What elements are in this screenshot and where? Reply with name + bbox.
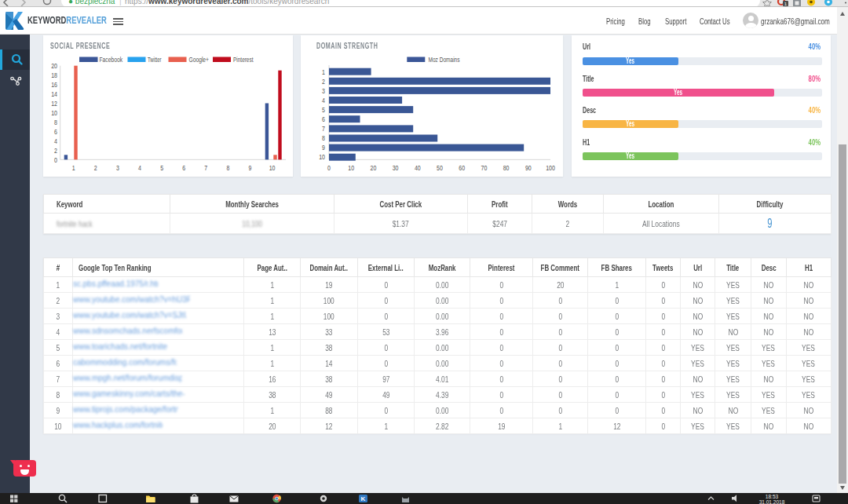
svg-text:40: 40 [415, 164, 421, 172]
svg-text:0: 0 [54, 156, 57, 164]
svg-text:7: 7 [322, 125, 325, 133]
svg-text:Facebook: Facebook [100, 56, 123, 64]
svg-text:12: 12 [51, 100, 57, 108]
svg-text:6: 6 [322, 115, 325, 123]
svg-text:10: 10 [348, 164, 354, 172]
svg-text:2: 2 [94, 164, 97, 172]
svg-text:7: 7 [204, 164, 207, 172]
svg-text:3: 3 [322, 87, 325, 95]
svg-text:4: 4 [54, 137, 57, 145]
svg-text:0: 0 [327, 164, 331, 172]
svg-text:Moz Domains: Moz Domains [429, 56, 460, 64]
svg-text:5: 5 [160, 164, 163, 172]
svg-text:Pinterest: Pinterest [233, 56, 254, 64]
svg-text:100: 100 [546, 164, 555, 172]
svg-text:10: 10 [319, 153, 325, 161]
svg-text:90: 90 [525, 164, 532, 172]
svg-text:6: 6 [54, 128, 57, 136]
svg-text:9: 9 [322, 144, 325, 152]
svg-text:1: 1 [72, 164, 75, 172]
svg-text:80: 80 [503, 164, 510, 172]
svg-text:8: 8 [54, 119, 57, 126]
svg-text:16: 16 [51, 81, 57, 89]
svg-text:10: 10 [51, 109, 57, 117]
svg-text:60: 60 [459, 164, 465, 172]
svg-text:3: 3 [116, 164, 119, 172]
svg-text:8: 8 [322, 134, 325, 142]
svg-text:18: 18 [51, 71, 57, 79]
svg-text:18:53: 18:53 [766, 494, 779, 499]
svg-text:50: 50 [437, 164, 443, 172]
svg-text:14: 14 [51, 90, 57, 98]
svg-text:10: 10 [269, 164, 276, 172]
svg-text:6: 6 [182, 164, 185, 172]
svg-text:2: 2 [54, 147, 57, 155]
svg-text:5: 5 [322, 106, 325, 114]
svg-text:30: 30 [393, 164, 399, 172]
svg-text:Google+: Google+ [189, 56, 210, 64]
svg-text:Twitter: Twitter [148, 56, 162, 64]
svg-text:K: K [361, 495, 366, 502]
svg-text:4: 4 [322, 97, 325, 104]
svg-text:20: 20 [371, 164, 377, 172]
svg-text:9: 9 [249, 164, 252, 172]
svg-text:20: 20 [51, 62, 57, 70]
svg-text:2: 2 [322, 78, 325, 86]
svg-text:31.01.2018: 31.01.2018 [759, 499, 785, 504]
svg-text:70: 70 [481, 164, 488, 172]
svg-text:1: 1 [322, 68, 325, 76]
svg-text:4: 4 [138, 164, 141, 172]
svg-text:8: 8 [226, 164, 229, 172]
